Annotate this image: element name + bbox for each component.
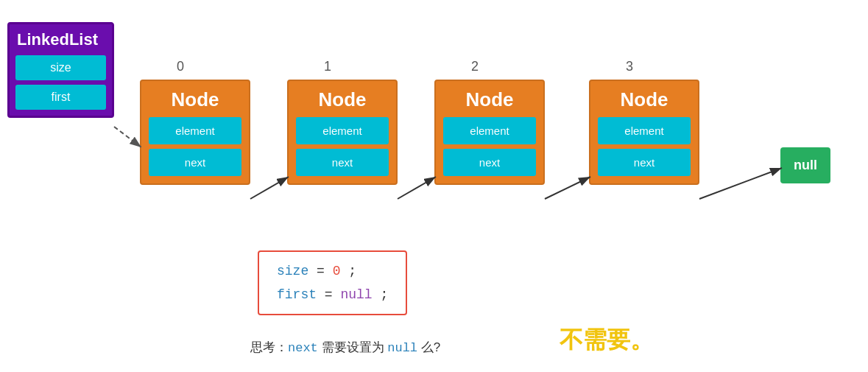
node-0-title: Node bbox=[149, 88, 241, 111]
code-val-null: null bbox=[340, 287, 372, 302]
question-end: 么? bbox=[417, 340, 440, 354]
node-1-next: next bbox=[296, 149, 389, 176]
code-box: size = 0 ; first = null ; bbox=[258, 250, 407, 315]
arrow-first-node0 bbox=[114, 127, 141, 147]
node-0: Node element next bbox=[140, 80, 250, 185]
question-null: null bbox=[387, 341, 417, 355]
index-label-2: 2 bbox=[471, 59, 479, 74]
ll-size-field: size bbox=[15, 55, 106, 80]
question-suffix: 需要设置为 bbox=[318, 340, 387, 354]
arrow-node2-node3 bbox=[545, 177, 590, 199]
arrow-node3-null bbox=[699, 168, 782, 199]
question-prefix: 思考： bbox=[250, 340, 288, 354]
code-val-0: 0 bbox=[333, 264, 341, 278]
node-0-element: element bbox=[149, 117, 241, 144]
answer-text: 不需要。 bbox=[560, 324, 654, 357]
arrow-node0-node1 bbox=[250, 177, 289, 199]
linked-list-box: LinkedList size first bbox=[7, 22, 114, 118]
null-box: null bbox=[780, 147, 830, 183]
node-2-title: Node bbox=[443, 88, 536, 111]
arrows-svg bbox=[0, 0, 868, 372]
node-2-next: next bbox=[443, 149, 536, 176]
code-var-first: first bbox=[277, 287, 317, 302]
node-3: Node element next bbox=[589, 80, 699, 185]
node-3-title: Node bbox=[598, 88, 691, 111]
code-semi-1: ; bbox=[348, 264, 356, 278]
index-label-0: 0 bbox=[177, 59, 184, 74]
code-line-1: size = 0 ; bbox=[277, 264, 388, 278]
node-2-element: element bbox=[443, 117, 536, 144]
node-1-element: element bbox=[296, 117, 389, 144]
arrow-node1-node2 bbox=[398, 177, 436, 199]
node-1: Node element next bbox=[287, 80, 398, 185]
code-var-size: size bbox=[277, 264, 308, 278]
ll-first-field: first bbox=[15, 85, 106, 110]
canvas: LinkedList size first 0 Node element nex… bbox=[0, 0, 868, 372]
question-next: next bbox=[288, 341, 318, 355]
index-label-3: 3 bbox=[626, 59, 633, 74]
linked-list-title: LinkedList bbox=[15, 30, 106, 49]
node-1-title: Node bbox=[296, 88, 389, 111]
code-equals-1: = bbox=[317, 264, 333, 278]
bottom-question: 思考：next 需要设置为 null 么? bbox=[250, 339, 440, 356]
node-2: Node element next bbox=[434, 80, 545, 185]
node-3-next: next bbox=[598, 149, 691, 176]
code-equals-2: = bbox=[325, 287, 341, 302]
node-3-element: element bbox=[598, 117, 691, 144]
node-0-next: next bbox=[149, 149, 241, 176]
code-line-2: first = null ; bbox=[277, 287, 388, 302]
code-semi-2: ; bbox=[380, 287, 388, 302]
index-label-1: 1 bbox=[324, 59, 331, 74]
